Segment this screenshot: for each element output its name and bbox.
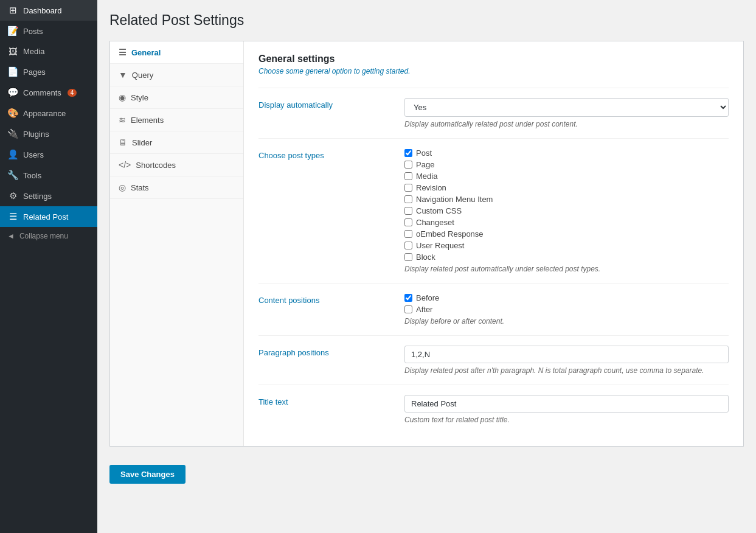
- nav-icon-style: ◉: [119, 92, 126, 102]
- paragraph-positions-label: Paragraph positions: [258, 346, 404, 357]
- paragraph-positions-input[interactable]: [404, 346, 729, 363]
- sidebar-item-label: Users: [23, 150, 44, 159]
- post-type-item-oembed-response: oEmbed Response: [404, 229, 729, 239]
- post-type-checkbox-page[interactable]: [404, 161, 412, 169]
- sidebar-item-plugins[interactable]: 🔌Plugins: [0, 124, 97, 144]
- collapse-icon: ◄: [7, 232, 15, 240]
- settings-nav-item-elements[interactable]: ≋Elements: [110, 109, 243, 131]
- sidebar-item-label: Posts: [23, 27, 43, 36]
- title-text-label: Title text: [258, 395, 404, 406]
- post-type-label-changeset: Changeset: [416, 218, 454, 227]
- sidebar-item-related-post[interactable]: ☰Related Post: [0, 206, 97, 227]
- posts-icon: 📝: [7, 26, 18, 37]
- content-pos-item-before: Before: [404, 293, 729, 302]
- collapse-menu-item[interactable]: ◄Collapse menu: [0, 227, 97, 245]
- content-pos-label-after: After: [416, 305, 432, 314]
- content-positions-group: BeforeAfter: [404, 293, 729, 314]
- post-type-label-nav-menu-item: Navigation Menu Item: [416, 195, 493, 204]
- sidebar-item-label: Pages: [23, 68, 46, 77]
- sidebar-item-label: Plugins: [23, 130, 49, 139]
- save-button[interactable]: Save Changes: [109, 465, 186, 484]
- content-pos-item-after: After: [404, 305, 729, 314]
- sidebar-item-dashboard[interactable]: ⊞Dashboard: [0, 0, 97, 21]
- settings-nav: ☰General▼Query◉Style≋Elements🖥Slider</>S…: [110, 41, 244, 446]
- post-type-item-changeset: Changeset: [404, 218, 729, 227]
- sidebar-item-tools[interactable]: 🔧Tools: [0, 165, 97, 186]
- nav-icon-general: ☰: [119, 47, 127, 57]
- nav-label-style: Style: [131, 93, 148, 102]
- sidebar-item-pages[interactable]: 📄Pages: [0, 61, 97, 82]
- footer-bar: Save Changes: [109, 459, 744, 490]
- post-type-checkbox-revision[interactable]: [404, 184, 412, 192]
- post-types-group: PostPageMediaRevisionNavigation Menu Ite…: [404, 148, 729, 262]
- sidebar-item-label: Tools: [23, 171, 41, 180]
- content-pos-checkbox-after[interactable]: [404, 305, 412, 313]
- sidebar-item-appearance[interactable]: 🎨Appearance: [0, 103, 97, 124]
- sidebar-item-label: Media: [23, 47, 44, 56]
- post-type-label-page: Page: [416, 160, 434, 169]
- paragraph-positions-help: Display related post after n'th paragrap…: [404, 366, 729, 375]
- settings-nav-item-shortcodes[interactable]: </>Shortcodes: [110, 154, 243, 176]
- tools-icon: 🔧: [7, 170, 18, 181]
- settings-nav-item-general[interactable]: ☰General: [110, 41, 243, 64]
- post-type-item-media: Media: [404, 172, 729, 181]
- nav-icon-query: ▼: [119, 70, 127, 80]
- settings-nav-item-query[interactable]: ▼Query: [110, 64, 243, 86]
- post-type-checkbox-custom-css[interactable]: [404, 207, 412, 215]
- display-automatically-help: Display automatically related post under…: [404, 120, 729, 128]
- badge-comments: 4: [68, 89, 77, 97]
- post-type-item-nav-menu-item: Navigation Menu Item: [404, 195, 729, 204]
- post-type-item-custom-css: Custom CSS: [404, 206, 729, 215]
- content-positions-control: BeforeAfter Display before or after cont…: [404, 293, 729, 326]
- sidebar-item-posts[interactable]: 📝Posts: [0, 21, 97, 41]
- sidebar-item-media[interactable]: 🖼Media: [0, 41, 97, 61]
- media-icon: 🖼: [7, 46, 18, 57]
- nav-label-elements: Elements: [131, 116, 164, 125]
- settings-form: General settings Choose some general opt…: [244, 41, 743, 446]
- post-type-item-block: Block: [404, 253, 729, 262]
- dashboard-icon: ⊞: [7, 5, 18, 16]
- comments-icon: 💬: [7, 87, 18, 98]
- post-type-checkbox-oembed-response[interactable]: [404, 230, 412, 238]
- users-icon: 👤: [7, 149, 18, 160]
- post-types-label: Choose post types: [258, 148, 404, 160]
- paragraph-positions-control: Display related post after n'th paragrap…: [404, 346, 729, 375]
- settings-icon: ⚙: [7, 190, 18, 201]
- post-type-label-oembed-response: oEmbed Response: [416, 229, 484, 239]
- display-automatically-control: YesNo Display automatically related post…: [404, 98, 729, 128]
- nav-icon-stats: ◎: [119, 183, 126, 192]
- nav-label-shortcodes: Shortcodes: [136, 161, 176, 170]
- post-type-label-revision: Revision: [416, 183, 446, 192]
- post-type-item-post: Post: [404, 148, 729, 158]
- post-type-checkbox-post[interactable]: [404, 149, 412, 157]
- settings-nav-item-slider[interactable]: 🖥Slider: [110, 131, 243, 154]
- post-type-checkbox-user-request[interactable]: [404, 242, 412, 249]
- sidebar-item-comments[interactable]: 💬Comments4: [0, 82, 97, 103]
- sidebar-item-users[interactable]: 👤Users: [0, 144, 97, 165]
- post-type-checkbox-block[interactable]: [404, 253, 412, 261]
- nav-label-general: General: [131, 48, 161, 57]
- post-type-label-post: Post: [416, 148, 432, 158]
- plugins-icon: 🔌: [7, 128, 18, 139]
- post-type-item-user-request: User Request: [404, 241, 729, 250]
- content-positions-label: Content positions: [258, 293, 404, 305]
- content-pos-checkbox-before[interactable]: [404, 294, 412, 302]
- display-automatically-select[interactable]: YesNo: [404, 98, 729, 117]
- sidebar-item-settings[interactable]: ⚙Settings: [0, 186, 97, 206]
- post-type-checkbox-media[interactable]: [404, 172, 412, 180]
- post-types-help: Display related post automatically under…: [404, 265, 729, 273]
- nav-icon-elements: ≋: [119, 115, 126, 125]
- settings-nav-item-style[interactable]: ◉Style: [110, 86, 243, 109]
- sidebar-item-label: Settings: [23, 192, 52, 201]
- nav-label-slider: Slider: [132, 138, 152, 147]
- post-type-checkbox-nav-menu-item[interactable]: [404, 195, 412, 203]
- display-automatically-label: Display automatically: [258, 98, 404, 110]
- post-type-item-revision: Revision: [404, 183, 729, 192]
- post-type-checkbox-changeset[interactable]: [404, 218, 412, 226]
- pages-icon: 📄: [7, 66, 18, 77]
- post-type-label-custom-css: Custom CSS: [416, 206, 462, 215]
- sidebar: ⊞Dashboard📝Posts🖼Media📄Pages💬Comments4🎨A…: [0, 0, 97, 533]
- settings-nav-item-stats[interactable]: ◎Stats: [110, 176, 243, 199]
- title-text-help: Custom text for related post title.: [404, 416, 729, 424]
- title-text-input[interactable]: [404, 395, 729, 413]
